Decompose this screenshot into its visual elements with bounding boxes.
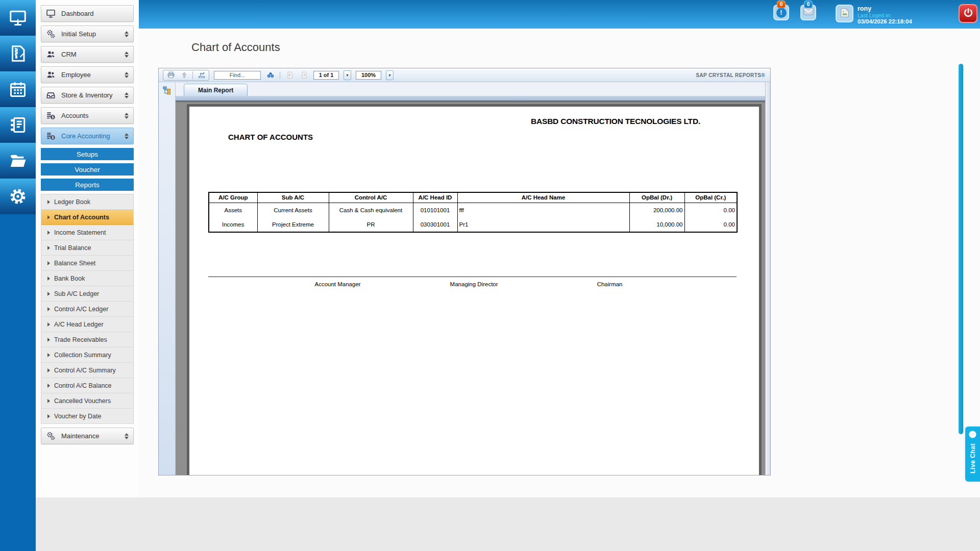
sidebar-item-store-inventory[interactable]: Store & Inventory: [41, 87, 134, 104]
envelope-icon: [803, 8, 814, 17]
sidebar-item-accounts[interactable]: $Accounts: [41, 107, 134, 124]
users-icon: [46, 70, 56, 80]
live-chat-label: Live Chat: [969, 443, 976, 473]
report-item-control-a-c-summary[interactable]: Control A/C Summary: [41, 363, 133, 378]
svg-text:$: $: [52, 115, 54, 119]
gears-icon: [46, 29, 56, 39]
notifications-button[interactable]: 0 !: [773, 5, 789, 20]
rail-archive-document-button[interactable]: [0, 36, 36, 71]
caret-icon: [47, 261, 50, 265]
find-input[interactable]: [214, 71, 261, 80]
table-row: AssetsCurrent AssetsCash & Cash equivale…: [209, 203, 737, 217]
zoom-level: 100%: [356, 71, 381, 80]
report-item-sub-a-c-ledger[interactable]: Sub A/C Ledger: [41, 286, 133, 302]
column-header: A/C Head Name: [457, 192, 629, 203]
sidebar-item-employee[interactable]: Employee: [41, 66, 134, 83]
report-item-label: Voucher by Date: [54, 413, 101, 420]
report-item-collection-summary[interactable]: Collection Summary: [41, 347, 133, 363]
report-viewport: BASBD CONSTRUCTION TECNOLOGIES LTD. CHAR…: [176, 101, 770, 475]
report-item-a-c-head-ledger[interactable]: A/C Head Ledger: [41, 317, 133, 332]
rail-folder-button[interactable]: [0, 143, 36, 179]
page-scrollbar[interactable]: [959, 64, 963, 434]
caret-icon: [47, 368, 50, 372]
svg-text:$: $: [52, 136, 54, 140]
sidebar-item-label: Employee: [61, 71, 91, 79]
report-item-trial-balance[interactable]: Trial Balance: [41, 240, 133, 256]
table-cell: Incomes: [209, 217, 257, 232]
archive-document-icon: [9, 44, 27, 63]
crystal-reports-brand: SAP CRYSTAL REPORTS®: [696, 72, 766, 78]
content-area: Chart of Accounts: [139, 29, 980, 497]
sidebar-item-initial-setup[interactable]: Initial Setup: [41, 26, 134, 42]
rail-settings-gear-button[interactable]: [0, 179, 36, 214]
caret-icon: [47, 277, 50, 281]
sidebar-section-reports[interactable]: Reports: [41, 179, 134, 191]
sidebar-item-maintenance[interactable]: Maintenance: [41, 428, 134, 444]
caret-icon: [47, 414, 50, 418]
avatar[interactable]: [836, 5, 853, 22]
sidebar-item-dashboard[interactable]: Dashboard: [41, 5, 134, 22]
table-row: IncomesProject ExtremePR030301001Pr110,0…: [209, 217, 737, 232]
search-binoculars-button[interactable]: [265, 71, 275, 80]
tab-main-report[interactable]: Main Report: [184, 84, 248, 96]
signature-label: Account Manager: [314, 281, 360, 287]
viewer-scrollbar[interactable]: [765, 82, 770, 475]
desktop-icon: [9, 9, 27, 27]
rail-contacts-book-button[interactable]: [0, 107, 36, 143]
sidebar-item-label: Core Accounting: [61, 132, 110, 140]
next-page-button[interactable]: [299, 71, 309, 80]
report-item-bank-book[interactable]: Bank Book: [41, 271, 133, 286]
zoom-dropdown-button[interactable]: ▾: [386, 70, 394, 80]
report-item-control-a-c-ledger[interactable]: Control A/C Ledger: [41, 302, 133, 317]
caret-icon: [47, 353, 50, 357]
column-header: A/C Group: [209, 192, 257, 203]
report-item-label: A/C Head Ledger: [54, 321, 104, 328]
report-list: Ledger BookChart of AccountsIncome State…: [41, 194, 134, 424]
export-button[interactable]: [197, 71, 206, 80]
caret-icon: [47, 231, 50, 235]
table-cell: 030301001: [413, 217, 457, 232]
report-item-ledger-book[interactable]: Ledger Book: [41, 194, 133, 210]
print-button[interactable]: [166, 71, 176, 80]
group-tree-toggle[interactable]: [161, 85, 173, 96]
folder-icon: [9, 152, 27, 170]
rail-desktop-button[interactable]: [0, 0, 36, 36]
report-item-label: Trade Receivables: [54, 336, 107, 343]
expand-collapse-icon: [125, 92, 129, 98]
expand-collapse-icon: [125, 133, 129, 139]
live-chat-tab[interactable]: Live Chat: [964, 425, 980, 483]
table-cell: fff: [457, 203, 629, 217]
rail-calendar-button[interactable]: [0, 71, 36, 107]
report-item-chart-of-accounts[interactable]: Chart of Accounts: [41, 210, 133, 225]
expand-collapse-icon: [125, 113, 129, 119]
report-item-income-statement[interactable]: Income Statement: [41, 225, 133, 240]
caret-icon: [47, 384, 50, 388]
logout-button[interactable]: [959, 4, 977, 23]
report-item-voucher-by-date[interactable]: Voucher by Date: [41, 409, 133, 424]
column-header: OpBal (Cr.): [684, 192, 737, 203]
tab-strip: [176, 96, 770, 101]
signature-label: Managing Director: [450, 281, 498, 287]
report-item-control-a-c-balance[interactable]: Control A/C Balance: [41, 378, 133, 393]
page-dropdown-button[interactable]: ▾: [344, 70, 351, 80]
caret-icon: [47, 399, 50, 403]
sidebar-section-setups[interactable]: Setups: [41, 148, 134, 160]
prev-page-button[interactable]: [285, 71, 295, 80]
report-item-cancelled-vouchers[interactable]: Cancelled Vouchers: [41, 393, 133, 409]
sidebar-item-label: CRM: [61, 51, 77, 58]
contacts-book-icon: [9, 116, 27, 134]
sidebar-item-label: Store & Inventory: [61, 91, 112, 99]
report-item-trade-receivables[interactable]: Trade Receivables: [41, 332, 133, 347]
sidebar-section-voucher[interactable]: Voucher: [41, 163, 134, 176]
sidebar-item-crm[interactable]: CRM: [41, 46, 134, 63]
report-item-label: Control A/C Summary: [54, 367, 116, 374]
signature-label: Chairman: [597, 281, 623, 287]
messages-button[interactable]: 0: [800, 5, 816, 20]
report-item-balance-sheet[interactable]: Balance Sheet: [41, 256, 133, 271]
viewer-tab-bar: Main Report: [176, 82, 770, 96]
users-icon: [46, 49, 56, 59]
sidebar-item-core-accounting[interactable]: $Core Accounting: [41, 128, 134, 144]
main-area: 0 ! 0 rony Last Loged-in: [139, 0, 980, 551]
column-header: Sub A/C: [257, 192, 329, 203]
go-to-parent-button[interactable]: [179, 71, 189, 80]
